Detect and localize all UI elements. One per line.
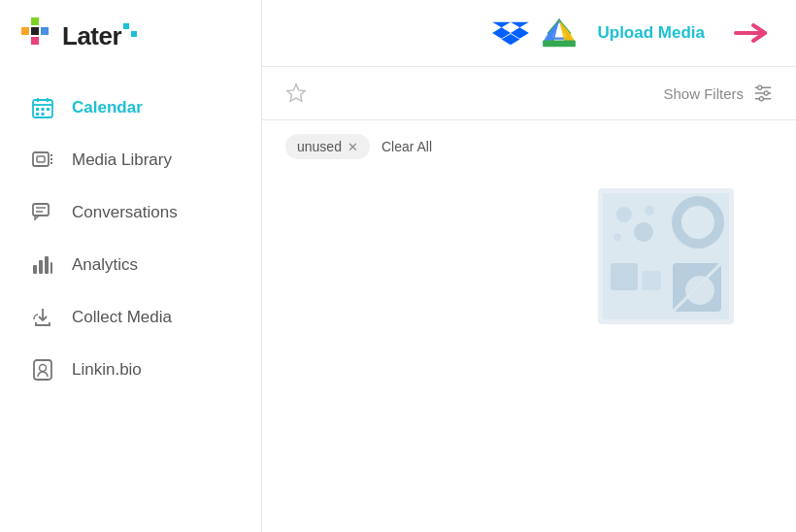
svg-rect-11 bbox=[36, 108, 39, 111]
sidebar: Later Calendar bbox=[0, 0, 262, 532]
sidebar-item-label-linkin-bio: Linkin.bio bbox=[72, 360, 142, 380]
svg-point-29 bbox=[40, 365, 47, 372]
unused-tag: unused ✕ bbox=[285, 134, 370, 159]
media-area bbox=[262, 173, 796, 532]
svg-point-51 bbox=[685, 276, 714, 305]
collect-media-icon bbox=[29, 304, 56, 331]
upload-media-button[interactable]: Upload Media bbox=[589, 19, 713, 47]
svg-point-43 bbox=[616, 207, 632, 222]
svg-rect-5 bbox=[123, 23, 129, 29]
svg-rect-6 bbox=[131, 31, 137, 37]
svg-rect-26 bbox=[45, 256, 49, 274]
logo-icon bbox=[21, 17, 58, 54]
svg-rect-21 bbox=[33, 204, 49, 216]
svg-rect-2 bbox=[41, 27, 49, 35]
sidebar-item-label-calendar: Calendar bbox=[72, 98, 143, 117]
sidebar-item-label-analytics: Analytics bbox=[72, 255, 138, 275]
sidebar-item-analytics[interactable]: Analytics bbox=[8, 239, 253, 291]
filter-sliders-icon bbox=[753, 84, 773, 102]
sidebar-item-label-conversations: Conversations bbox=[72, 203, 178, 222]
svg-rect-14 bbox=[36, 113, 39, 116]
svg-rect-3 bbox=[31, 37, 39, 45]
tag-label: unused bbox=[297, 139, 342, 154]
svg-rect-27 bbox=[50, 262, 52, 274]
calendar-icon bbox=[29, 94, 56, 121]
svg-rect-25 bbox=[39, 260, 43, 274]
main-header: Upload Media bbox=[262, 0, 796, 67]
tags-bar: unused ✕ Clear All bbox=[262, 120, 796, 173]
sidebar-item-collect-media[interactable]: Collect Media bbox=[8, 291, 253, 344]
svg-rect-24 bbox=[33, 265, 37, 274]
conversations-icon bbox=[29, 199, 56, 226]
svg-point-44 bbox=[645, 206, 654, 216]
svg-point-40 bbox=[764, 91, 768, 95]
sidebar-item-conversations[interactable]: Conversations bbox=[8, 186, 253, 239]
svg-point-46 bbox=[634, 222, 653, 242]
svg-point-41 bbox=[759, 97, 763, 101]
svg-rect-0 bbox=[21, 27, 29, 35]
sidebar-item-media-library[interactable]: Media Library bbox=[8, 134, 253, 186]
sidebar-item-calendar[interactable]: Calendar bbox=[8, 82, 253, 134]
tag-remove-button[interactable]: ✕ bbox=[348, 140, 358, 154]
svg-point-39 bbox=[758, 85, 762, 89]
arrow-indicator bbox=[726, 19, 773, 47]
svg-rect-16 bbox=[33, 152, 49, 166]
filter-bar: Show Filters bbox=[262, 67, 796, 120]
media-library-icon bbox=[29, 147, 56, 174]
logo-decoration bbox=[123, 23, 137, 37]
svg-point-45 bbox=[614, 233, 621, 241]
linkin-bio-icon bbox=[29, 356, 56, 383]
analytics-icon bbox=[29, 251, 56, 279]
svg-rect-1 bbox=[31, 17, 39, 25]
svg-rect-4 bbox=[31, 27, 39, 35]
svg-rect-12 bbox=[42, 108, 45, 111]
sidebar-item-label-collect-media: Collect Media bbox=[72, 308, 172, 327]
logo-area: Later bbox=[0, 17, 261, 82]
svg-rect-49 bbox=[642, 271, 661, 290]
clear-all-button[interactable]: Clear All bbox=[381, 139, 432, 154]
svg-rect-48 bbox=[611, 263, 638, 290]
nav-menu: Calendar Media Library bbox=[0, 82, 261, 396]
filter-right: Show Filters bbox=[663, 84, 773, 102]
svg-rect-15 bbox=[42, 113, 45, 116]
svg-rect-13 bbox=[47, 108, 50, 111]
sidebar-item-linkin-bio[interactable]: Linkin.bio bbox=[8, 344, 253, 396]
sidebar-item-label-media-library: Media Library bbox=[72, 150, 172, 170]
logo-text: Later bbox=[62, 21, 121, 51]
media-placeholder-tile bbox=[598, 188, 734, 324]
main-content: Upload Media Show Filters bbox=[262, 0, 796, 532]
svg-rect-28 bbox=[34, 360, 51, 380]
google-drive-icon[interactable] bbox=[543, 17, 576, 49]
star-button[interactable] bbox=[285, 83, 307, 104]
show-filters-button[interactable]: Show Filters bbox=[663, 85, 744, 102]
svg-rect-17 bbox=[37, 156, 45, 162]
svg-rect-35 bbox=[544, 41, 577, 48]
dropbox-icon[interactable] bbox=[492, 17, 529, 49]
